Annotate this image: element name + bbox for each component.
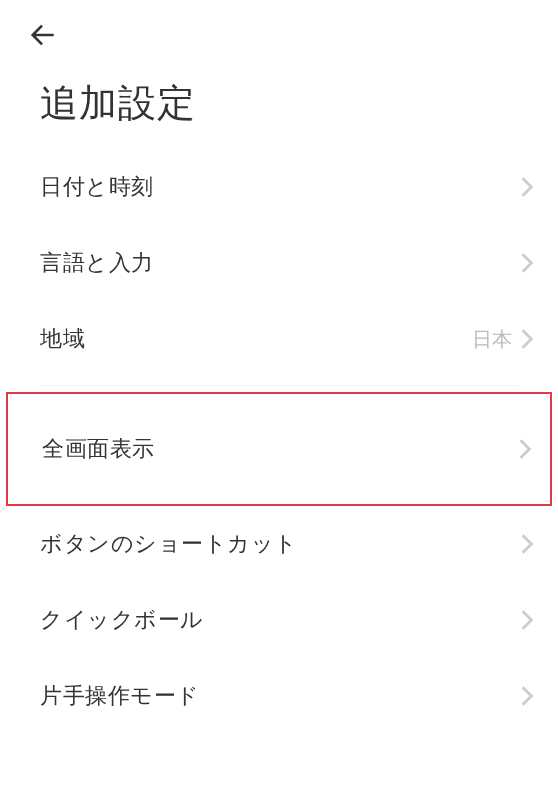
back-button[interactable] xyxy=(24,18,60,54)
chevron-right-icon xyxy=(520,533,534,555)
row-quickball-label: クイックボール xyxy=(40,605,204,635)
page-title: 追加設定 xyxy=(0,54,558,149)
row-onehanded-label: 片手操作モード xyxy=(40,681,200,711)
settings-list: 日付と時刻 言語と入力 地域 日本 全画面表示 xyxy=(0,149,558,734)
chevron-right-icon xyxy=(520,252,534,274)
chevron-right-icon xyxy=(520,176,534,198)
chevron-right-icon xyxy=(520,609,534,631)
chevron-right-icon xyxy=(518,438,532,460)
row-fullscreen[interactable]: 全画面表示 xyxy=(8,394,550,504)
row-shortcut[interactable]: ボタンのショートカット xyxy=(0,506,558,582)
row-region-label: 地域 xyxy=(40,324,85,354)
row-region[interactable]: 地域 日本 xyxy=(0,301,558,377)
chevron-right-icon xyxy=(520,685,534,707)
chevron-right-icon xyxy=(520,328,534,350)
row-datetime-label: 日付と時刻 xyxy=(40,172,154,202)
row-datetime[interactable]: 日付と時刻 xyxy=(0,149,558,225)
row-language-label: 言語と入力 xyxy=(40,248,154,278)
row-fullscreen-label: 全画面表示 xyxy=(42,434,155,464)
highlight-box: 全画面表示 xyxy=(6,392,552,506)
row-region-value: 日本 xyxy=(472,326,512,353)
row-onehanded[interactable]: 片手操作モード xyxy=(0,658,558,734)
row-quickball[interactable]: クイックボール xyxy=(0,582,558,658)
row-language[interactable]: 言語と入力 xyxy=(0,225,558,301)
row-shortcut-label: ボタンのショートカット xyxy=(40,529,298,559)
back-arrow-icon xyxy=(28,21,56,52)
